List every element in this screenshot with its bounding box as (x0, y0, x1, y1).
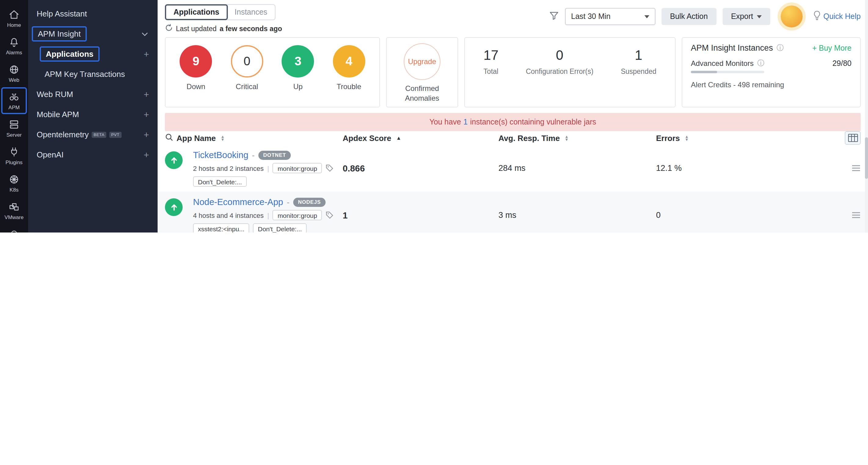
bulk-action-button[interactable]: Bulk Action (661, 8, 716, 25)
sidebar-item-applications[interactable]: Applications + (28, 44, 158, 64)
errors-value: 0 (656, 210, 830, 220)
tag-chip[interactable]: Don't_Delete:... (193, 176, 247, 187)
chevron-down-icon[interactable] (141, 30, 149, 38)
errors-value: 12.1 % (656, 164, 830, 173)
top-bar: Applications Instances Last updated a fe… (158, 0, 868, 34)
globe-icon (8, 64, 20, 75)
tag-chip[interactable]: xsstest2:<inpu... (193, 223, 249, 232)
configuration-errors-item[interactable]: 0 Configuration Error(s) (526, 47, 593, 76)
column-header-apdex[interactable]: Apdex Score ▲ (343, 133, 498, 142)
column-header-resp-time[interactable]: Avg. Resp. Time ▲▼ (498, 133, 656, 142)
tag-chip[interactable]: monitor:group (273, 163, 322, 173)
chevron-down-icon (645, 15, 649, 18)
last-updated-value: a few seconds ago (220, 25, 282, 32)
status-trouble[interactable]: 4 Trouble (327, 45, 372, 91)
sidebar-item-opentelemetry[interactable]: OpentelemetryBETAPVT + (28, 125, 158, 145)
tab-instances[interactable]: Instances (227, 5, 275, 19)
rail-item-plugins[interactable]: Plugins (1, 142, 27, 169)
sort-icons[interactable]: ▲▼ (685, 135, 689, 141)
trouble-count: 4 (333, 45, 365, 77)
status-down[interactable]: 9 Down (174, 45, 219, 91)
sidebar-badge: BETA (92, 132, 106, 138)
status-critical[interactable]: 0 Critical (224, 45, 270, 91)
apdex-score: 1 (343, 210, 498, 220)
sidebar-item-mobile-apm[interactable]: Mobile APM + (28, 104, 158, 125)
scrollbar-thumb[interactable] (865, 137, 868, 179)
rail-item-label: Server (6, 132, 22, 138)
time-range-select[interactable]: Last 30 Min (565, 8, 655, 25)
suspended-item[interactable]: 1 Suspended (621, 47, 656, 76)
rail-item-alarms[interactable]: Alarms (1, 32, 27, 59)
sidebar-item-help-assistant[interactable]: Help Assistant (28, 4, 158, 24)
app-hosts-line: 2 hosts and 2 instances | monitor:group (193, 163, 343, 173)
tag-icon[interactable] (326, 164, 334, 172)
app-tags-line: xsstest2:<inpu...Don't_Delete:... (193, 223, 343, 232)
sort-asc-icon: ▲ (396, 135, 401, 141)
buy-more-link[interactable]: + Buy More (812, 44, 851, 52)
apm-insight-instances-card: APM Insight Instances ⓘ + Buy More Advan… (682, 37, 861, 107)
sidebar: Help Assistant APM Insight Applications … (28, 0, 158, 232)
tag-icon[interactable] (326, 211, 334, 219)
column-header-errors[interactable]: Errors ▲▼ (656, 133, 830, 142)
binoculars-icon (8, 92, 20, 102)
cloud-icon (8, 229, 20, 232)
vulnerable-count-link[interactable]: 1 (463, 118, 468, 126)
total-count-item[interactable]: 17 Total (484, 47, 498, 76)
sidebar-item-apm-insight[interactable]: APM Insight (28, 24, 158, 44)
sidebar-item-openai[interactable]: OpenAI + (28, 145, 158, 165)
sort-icons[interactable]: ▲▼ (565, 135, 569, 141)
rail-item-vmware[interactable]: VMware (1, 197, 27, 224)
hosts-text: 2 hosts and 2 instances (193, 164, 264, 172)
export-button[interactable]: Export (722, 8, 770, 25)
tech-badge: DOTNET (258, 151, 291, 160)
advanced-monitors-label: Advanced Monitors (691, 59, 753, 67)
rail-item-apm[interactable]: APM (1, 87, 27, 114)
icon-rail: Home Alarms Web APM Server Plugins K8s V… (0, 0, 28, 232)
totals-card: 17 Total 0 Configuration Error(s) 1 Susp… (464, 37, 676, 107)
down-label: Down (187, 82, 205, 91)
last-updated: Last updated a few seconds ago (165, 24, 282, 33)
quick-help-link[interactable]: Quick Help (824, 12, 861, 21)
filter-icon[interactable] (549, 11, 559, 22)
column-settings-icon[interactable] (845, 131, 861, 145)
status-up[interactable]: 3 Up (276, 45, 321, 91)
top-left: Applications Instances Last updated a fe… (165, 4, 282, 33)
sort-icons[interactable]: ▲▼ (221, 135, 225, 141)
tab-applications[interactable]: Applications (165, 4, 228, 20)
refresh-icon[interactable] (165, 24, 173, 33)
plus-icon[interactable]: + (144, 90, 149, 99)
app-name-link[interactable]: TicketBooking (193, 150, 248, 160)
vulnerable-jars-banner: You have 1 instance(s) containing vulner… (165, 113, 861, 131)
search-icon[interactable] (165, 133, 174, 143)
tag-chip[interactable]: monitor:group (273, 210, 322, 220)
info-icon[interactable]: ⓘ (777, 43, 784, 53)
rail-item-home[interactable]: Home (1, 5, 27, 32)
tag-chip[interactable]: Don't_Delete:... (253, 223, 307, 232)
row-menu-icon[interactable] (851, 163, 861, 174)
rail-item-server[interactable]: Server (1, 115, 27, 141)
avatar[interactable] (781, 5, 803, 28)
plus-icon[interactable]: + (144, 150, 149, 159)
upgrade-button[interactable]: Upgrade (404, 43, 440, 80)
status-up-icon (165, 198, 183, 216)
main-content: Applications Instances Last updated a fe… (158, 0, 868, 232)
rail-item-k8s[interactable]: K8s (1, 170, 27, 197)
sidebar-item-apm-key-transactions[interactable]: APM Key Transactions (28, 64, 158, 84)
rail-item-label: APM (8, 104, 20, 110)
rail-item-cloud[interactable]: Cloud (1, 225, 27, 232)
column-header-app-name[interactable]: App Name ▲▼ (165, 133, 343, 143)
instances-card-title: APM Insight Instances (691, 43, 773, 53)
info-icon[interactable]: ⓘ (757, 59, 764, 68)
row-menu-icon[interactable] (851, 210, 861, 221)
app-hosts-line: 4 hosts and 4 instances | monitor:group (193, 210, 343, 220)
advanced-monitors-value: 29/80 (832, 59, 851, 67)
plus-icon[interactable]: + (144, 110, 149, 119)
plus-icon[interactable]: + (144, 130, 149, 139)
rail-item-web[interactable]: Web (1, 60, 27, 87)
plus-icon[interactable]: + (144, 49, 149, 59)
scrollbar[interactable] (865, 0, 868, 232)
app-name-link[interactable]: Node-Ecommerce-App (193, 197, 283, 207)
sidebar-item-web-rum[interactable]: Web RUM + (28, 84, 158, 104)
vmware-icon (8, 201, 20, 212)
tech-badge: NODEJS (293, 197, 326, 206)
